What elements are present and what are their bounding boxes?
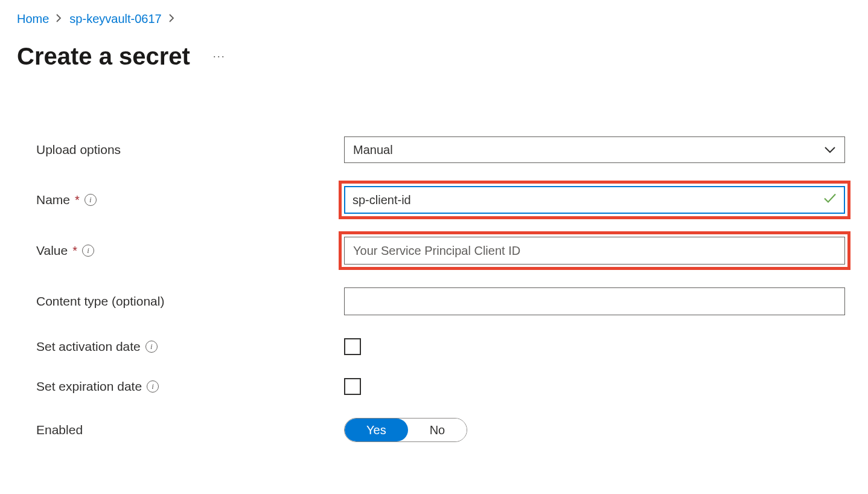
row-value: Value * i bbox=[36, 237, 851, 265]
row-upload-options: Upload options Manual bbox=[36, 136, 851, 163]
chevron-right-icon bbox=[56, 14, 62, 25]
label-name-text: Name bbox=[36, 193, 70, 207]
value-input[interactable] bbox=[344, 237, 845, 265]
breadcrumb-resource[interactable]: sp-keyvault-0617 bbox=[69, 12, 161, 26]
expiration-date-checkbox[interactable] bbox=[344, 378, 361, 395]
label-activation-date: Set activation date i bbox=[36, 339, 344, 354]
row-name: Name * i bbox=[36, 186, 851, 214]
upload-options-value: Manual bbox=[353, 143, 393, 157]
label-expiration-date: Set expiration date i bbox=[36, 379, 344, 394]
breadcrumb: Home sp-keyvault-0617 bbox=[17, 12, 851, 26]
info-icon[interactable]: i bbox=[147, 380, 159, 393]
title-row: Create a secret ··· bbox=[17, 43, 851, 70]
label-enabled: Enabled bbox=[36, 423, 344, 437]
highlight-value bbox=[339, 231, 850, 270]
activation-date-checkbox[interactable] bbox=[344, 338, 361, 355]
label-activation-date-text: Set activation date bbox=[36, 339, 141, 354]
enabled-toggle: Yes No bbox=[344, 418, 467, 442]
name-input[interactable] bbox=[344, 186, 845, 214]
row-activation-date: Set activation date i bbox=[36, 338, 851, 355]
upload-options-select[interactable]: Manual bbox=[344, 136, 845, 163]
more-icon[interactable]: ··· bbox=[208, 48, 231, 65]
info-icon[interactable]: i bbox=[82, 245, 94, 257]
label-expiration-date-text: Set expiration date bbox=[36, 379, 142, 394]
row-content-type: Content type (optional) bbox=[36, 287, 851, 315]
label-name: Name * i bbox=[36, 193, 344, 207]
label-upload-options: Upload options bbox=[36, 143, 344, 157]
chevron-right-icon bbox=[169, 14, 175, 25]
info-icon[interactable]: i bbox=[85, 194, 97, 206]
chevron-down-icon bbox=[824, 143, 836, 157]
row-expiration-date: Set expiration date i bbox=[36, 378, 851, 395]
page-title: Create a secret bbox=[17, 43, 190, 70]
label-value-text: Value bbox=[36, 243, 68, 258]
enabled-no-button[interactable]: No bbox=[408, 419, 467, 441]
row-enabled: Enabled Yes No bbox=[36, 418, 851, 442]
form: Upload options Manual Name * i bbox=[17, 136, 851, 442]
highlight-name bbox=[339, 181, 850, 219]
checkmark-icon bbox=[823, 193, 837, 207]
required-star-icon: * bbox=[75, 193, 80, 207]
info-icon[interactable]: i bbox=[145, 341, 158, 353]
content-type-input[interactable] bbox=[344, 287, 845, 315]
enabled-yes-button[interactable]: Yes bbox=[345, 419, 408, 441]
required-star-icon: * bbox=[72, 244, 77, 258]
breadcrumb-home[interactable]: Home bbox=[17, 12, 49, 26]
label-value: Value * i bbox=[36, 243, 344, 258]
label-content-type: Content type (optional) bbox=[36, 294, 344, 309]
